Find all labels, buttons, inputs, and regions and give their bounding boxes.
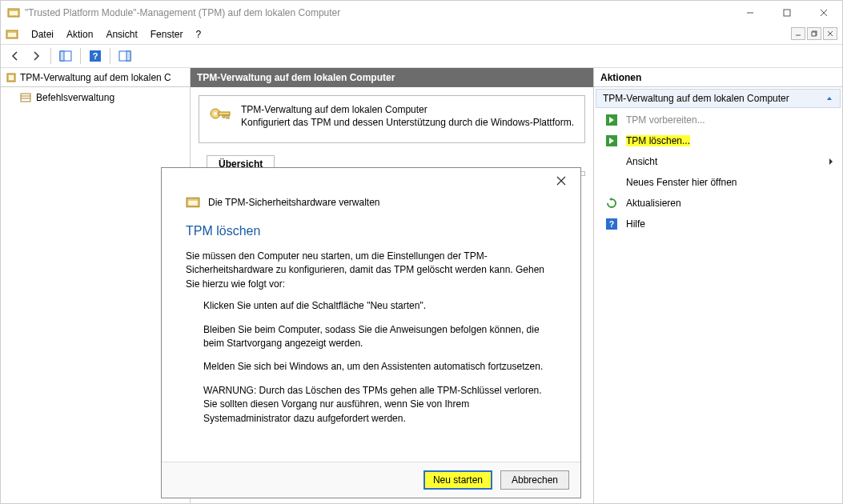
maximize-button[interactable]	[769, 1, 805, 25]
menubar: Datei Aktion Ansicht Fenster ?	[1, 25, 842, 44]
action-prepare-tpm[interactable]: TPM vorbereiten...	[594, 110, 842, 130]
show-hide-tree-button[interactable]	[56, 46, 75, 66]
action-label: Hilfe	[626, 218, 645, 230]
close-button[interactable]	[805, 1, 842, 25]
console-icon	[6, 28, 18, 41]
blank-icon	[605, 176, 618, 189]
tree-root-label: TPM-Verwaltung auf dem lokalen C	[20, 72, 171, 83]
dialog-step: Klicken Sie unten auf die Schaltfläche "…	[203, 299, 556, 313]
action-refresh[interactable]: Aktualisieren	[594, 193, 842, 214]
dialog-title: Die TPM-Sicherheitshardware verwalten	[208, 197, 380, 208]
svg-rect-3	[784, 10, 790, 16]
mdi-restore-button[interactable]	[807, 27, 821, 40]
dialog-step: Melden Sie sich bei Windows an, um den A…	[203, 360, 556, 374]
main-window: "Trusted Platform Module"-Management (TP…	[0, 0, 843, 504]
key-icon	[207, 104, 233, 130]
tree-item-commands[interactable]: Befehlsverwaltung	[20, 90, 190, 105]
mdi-controls	[791, 27, 837, 40]
menu-window[interactable]: Fenster	[144, 27, 190, 42]
dialog-title-row: Die TPM-Sicherheitshardware verwalten	[186, 195, 556, 210]
intro-title: TPM-Verwaltung auf dem lokalen Computer	[241, 104, 574, 115]
chip-icon	[186, 195, 200, 210]
menu-action[interactable]: Aktion	[60, 27, 99, 42]
actions-section-header[interactable]: TPM-Verwaltung auf dem lokalen Computer	[596, 89, 841, 108]
forward-button[interactable]	[26, 46, 46, 66]
toolbar-separator	[110, 48, 110, 64]
svg-rect-1	[10, 11, 18, 15]
actions-section-label: TPM-Verwaltung auf dem lokalen Computer	[603, 93, 789, 104]
action-label: TPM vorbereiten...	[626, 114, 705, 126]
dialog-paragraph: Sie müssen den Computer neu starten, um …	[186, 250, 556, 291]
action-label: TPM löschen...	[626, 135, 690, 146]
svg-rect-28	[223, 115, 225, 118]
mdi-close-button[interactable]	[823, 27, 837, 40]
help-icon: ?	[605, 218, 618, 230]
app-icon	[7, 6, 20, 19]
svg-text:?: ?	[609, 220, 614, 229]
tree-content: Befehlsverwaltung	[1, 87, 190, 105]
dialog-step: Bleiben Sie beim Computer, sodass Sie di…	[203, 323, 556, 351]
svg-rect-27	[227, 115, 229, 118]
dialog-warning: WARNUNG: Durch das Löschen des TPMs gehe…	[203, 384, 556, 426]
refresh-icon	[605, 197, 618, 210]
blank-icon	[605, 155, 618, 168]
action-clear-tpm[interactable]: TPM löschen...	[594, 130, 842, 151]
menu-view[interactable]: Ansicht	[99, 27, 143, 42]
restart-button[interactable]: Neu starten	[424, 470, 492, 490]
window-title: "Trusted Platform Module"-Management (TP…	[25, 7, 732, 18]
action-label: Aktualisieren	[626, 198, 681, 209]
chip-icon	[6, 72, 17, 83]
show-hide-action-button[interactable]	[115, 46, 134, 66]
mdi-minimize-button[interactable]	[791, 27, 805, 40]
toolbar: ?	[1, 44, 842, 68]
svg-rect-20	[9, 75, 14, 80]
dialog-body: Die TPM-Sicherheitshardware verwalten TP…	[162, 189, 580, 462]
svg-rect-14	[60, 51, 64, 61]
svg-rect-26	[219, 112, 230, 115]
svg-rect-18	[126, 51, 130, 61]
svg-rect-21	[21, 94, 30, 102]
svg-rect-10	[812, 32, 816, 36]
svg-text:?: ?	[93, 51, 98, 61]
menu-file[interactable]: Datei	[25, 27, 60, 42]
commands-icon	[20, 92, 31, 103]
action-label: Neues Fenster hier öffnen	[626, 177, 737, 188]
arrow-right-icon	[605, 114, 618, 126]
minimize-button[interactable]	[732, 1, 769, 25]
tree-item-label: Befehlsverwaltung	[36, 92, 114, 103]
svg-point-25	[214, 112, 217, 115]
window-controls	[732, 1, 842, 25]
dialog-footer: Neu starten Abbrechen	[162, 462, 580, 498]
back-button[interactable]	[6, 46, 25, 66]
clear-tpm-dialog: Die TPM-Sicherheitshardware verwalten TP…	[161, 167, 581, 498]
middle-header: TPM-Verwaltung auf dem lokalen Computer	[191, 68, 593, 87]
toolbar-separator	[50, 48, 51, 64]
actions-header: Aktionen	[594, 68, 842, 87]
chevron-right-icon	[828, 158, 834, 166]
intro-desc: Konfiguriert das TPM und dessen Unterstü…	[241, 117, 574, 128]
intro-box: TPM-Verwaltung auf dem lokalen Computer …	[199, 95, 585, 143]
dialog-top	[162, 168, 580, 189]
cancel-button[interactable]: Abbrechen	[500, 470, 569, 490]
tree-root[interactable]: TPM-Verwaltung auf dem lokalen C	[1, 68, 190, 87]
action-help[interactable]: ? Hilfe	[594, 214, 842, 234]
action-new-window[interactable]: Neues Fenster hier öffnen	[594, 172, 842, 193]
action-label: Ansicht	[626, 156, 657, 167]
intro-text: TPM-Verwaltung auf dem lokalen Computer …	[241, 104, 574, 128]
toolbar-separator	[80, 48, 81, 64]
svg-rect-7	[8, 33, 16, 37]
dialog-subtitle: TPM löschen	[186, 224, 556, 238]
titlebar: "Trusted Platform Module"-Management (TP…	[1, 1, 842, 25]
help-button[interactable]: ?	[86, 46, 105, 66]
dialog-steps: Klicken Sie unten auf die Schaltfläche "…	[186, 299, 556, 426]
menu-help[interactable]: ?	[189, 27, 207, 42]
dialog-close-button[interactable]	[550, 173, 572, 189]
actions-pane: Aktionen TPM-Verwaltung auf dem lokalen …	[594, 68, 842, 503]
action-view[interactable]: Ansicht	[594, 151, 842, 172]
collapse-icon	[825, 94, 833, 102]
arrow-right-icon	[605, 134, 618, 147]
svg-rect-36	[188, 201, 197, 206]
